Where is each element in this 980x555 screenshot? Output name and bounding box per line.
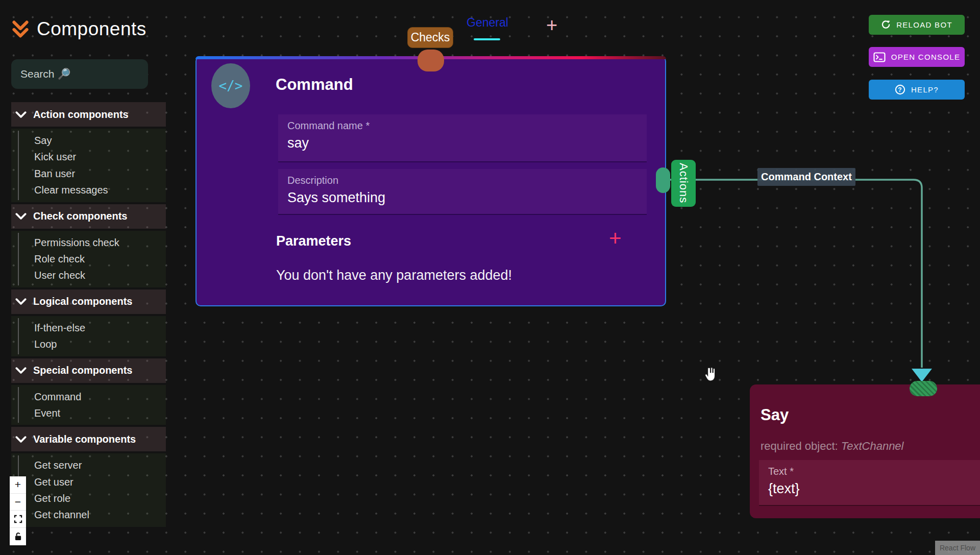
search-box (11, 59, 148, 89)
description-input[interactable]: Says something (287, 190, 647, 206)
sidebar-item-user-check[interactable]: User check (11, 267, 166, 283)
sidebar-item-ban-user[interactable]: Ban user (11, 165, 166, 182)
sidebar-section-header[interactable]: Logical components (11, 289, 166, 314)
sidebar-item-say[interactable]: Say (11, 132, 166, 149)
actions-handle-pill[interactable]: Actions (671, 160, 696, 207)
svg-text:?: ? (898, 86, 902, 93)
lock-toggle-button[interactable] (10, 528, 26, 545)
open-console-button[interactable]: OPEN CONSOLE (869, 47, 965, 67)
hand-cursor-icon (703, 367, 718, 382)
chevron-down-icon (15, 213, 27, 220)
say-node-title: Say (761, 406, 789, 424)
zoom-out-button[interactable]: − (10, 494, 26, 511)
command-node[interactable]: </> Command Command name * say Descripti… (195, 56, 666, 306)
sidebar-item-permissions-check[interactable]: Permissions check (11, 234, 166, 251)
sidebar-section: Action components SayKick userBan userCl… (11, 102, 166, 202)
refresh-icon (881, 20, 891, 30)
command-node-avatar: </> (211, 63, 250, 108)
search-input[interactable] (11, 68, 148, 80)
say-text-input[interactable]: {text} (768, 481, 980, 497)
sidebar-section-header[interactable]: Action components (11, 102, 166, 127)
panel-title: Components (37, 18, 146, 40)
sidebar-section-items: Get serverGet userGet roleGet channel (11, 453, 166, 527)
parameters-empty-text: You don't have any parameters added! (276, 268, 512, 283)
sidebar-section-header[interactable]: Special components (11, 358, 166, 383)
chevron-down-icon (15, 111, 27, 118)
reactflow-attribution[interactable]: React Flow (935, 541, 980, 555)
description-field[interactable]: Description Says something (278, 169, 647, 215)
add-parameter-button[interactable]: + (609, 228, 622, 249)
sidebar-section-items: SayKick userBan userClear messages (11, 129, 166, 202)
sidebar-item-event[interactable]: Event (11, 405, 166, 421)
components-panel-header: Components (11, 18, 146, 40)
sidebar-item-get-role[interactable]: Get role (11, 490, 166, 506)
chevron-down-icon (15, 436, 27, 443)
add-tab-button[interactable]: + (546, 15, 557, 35)
sidebar-section-label: Special components (33, 365, 133, 376)
sidebar-item-get-channel[interactable]: Get channel (11, 506, 166, 523)
reload-bot-button[interactable]: RELOAD BOT (869, 15, 965, 35)
say-text-label: Text * (768, 466, 980, 477)
required-object-type: TextChannel (841, 440, 904, 452)
help-button[interactable]: ? HELP? (869, 80, 965, 100)
sidebar-item-role-check[interactable]: Role check (11, 251, 166, 267)
sidebar-section: Logical components If-then-elseLoop (11, 289, 166, 356)
component-list: Action components SayKick userBan userCl… (11, 102, 166, 529)
sidebar-section: Check components Permissions checkRole c… (11, 204, 166, 287)
terminal-icon (873, 52, 886, 62)
code-icon: </> (219, 78, 243, 93)
command-name-input[interactable]: say (287, 135, 647, 151)
sidebar-section-label: Action components (33, 109, 129, 120)
sidebar-section-items: CommandEvent (11, 385, 166, 425)
sidebar-item-loop[interactable]: Loop (11, 336, 166, 352)
sidebar-section-label: Logical components (33, 296, 132, 307)
parameters-heading: Parameters (276, 233, 351, 249)
sidebar-section: Variable components Get serverGet userGe… (11, 427, 166, 527)
sidebar-section-items: If-then-elseLoop (11, 316, 166, 356)
sidebar-section-label: Variable components (33, 433, 136, 445)
sidebar-item-get-user[interactable]: Get user (11, 474, 166, 490)
say-node[interactable]: Say required object: TextChannel Text * … (750, 384, 980, 518)
say-node-target-handle[interactable] (910, 381, 937, 396)
fit-view-button[interactable] (10, 511, 26, 528)
sidebar-item-get-server[interactable]: Get server (11, 457, 166, 473)
command-node-top-handle[interactable] (418, 50, 444, 71)
edge-label-command-context: Command Context (757, 168, 855, 186)
actions-source-handle[interactable] (656, 167, 670, 193)
collapse-double-chevron-icon[interactable] (11, 20, 30, 38)
command-node-title: Command (276, 76, 353, 94)
command-name-label: Command name * (287, 120, 647, 132)
question-circle-icon: ? (895, 84, 905, 95)
unlock-icon (14, 532, 22, 541)
sidebar-section-header[interactable]: Check components (11, 204, 166, 229)
sidebar-section-label: Check components (33, 210, 127, 222)
sidebar-item-if-then-else[interactable]: If-then-else (11, 320, 166, 336)
tab-general-active-underline (474, 38, 500, 40)
sidebar-section: Special components CommandEvent (11, 358, 166, 425)
description-label: Description (287, 175, 647, 186)
canvas-controls: + − (10, 476, 26, 545)
say-required-object: required object: TextChannel (761, 440, 903, 453)
sidebar-item-kick-user[interactable]: Kick user (11, 149, 166, 165)
sidebar-item-clear-messages[interactable]: Clear messages (11, 182, 166, 198)
sidebar-section-items: Permissions checkRole checkUser check (11, 231, 166, 287)
say-text-field[interactable]: Text * {text} (759, 460, 980, 506)
sidebar-section-header[interactable]: Variable components (11, 427, 166, 451)
chevron-down-icon (15, 367, 27, 374)
fit-view-icon (14, 515, 22, 523)
command-name-field[interactable]: Command name * say (278, 114, 647, 162)
sidebar-item-command[interactable]: Command (11, 389, 166, 405)
tab-general[interactable]: General (467, 16, 508, 30)
tab-checks[interactable]: Checks (407, 27, 453, 48)
chevron-down-icon (15, 298, 27, 305)
zoom-in-button[interactable]: + (10, 476, 26, 494)
actions-handle-label: Actions (677, 163, 690, 203)
